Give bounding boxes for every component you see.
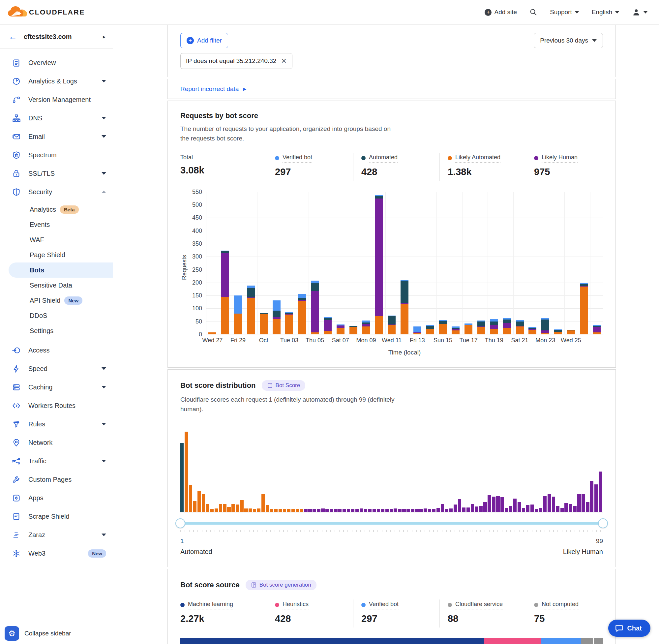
x-axis-ticks: Wed 27Fri 29OctTue 03Thu 05Sat 07Mon 09W… xyxy=(206,337,603,347)
sidebar-item-web3[interactable]: Web3New xyxy=(0,544,113,562)
gridline xyxy=(590,192,590,335)
legend-dot-icon xyxy=(361,156,366,160)
histogram-bar xyxy=(261,494,265,512)
sidebar-item-overview[interactable]: Overview xyxy=(0,53,113,72)
sidebar-item-zaraz[interactable]: Zaraz xyxy=(0,526,113,544)
x-tick-label: Wed 25 xyxy=(561,337,581,344)
cloudflare-cloud-icon xyxy=(7,5,29,19)
stat-label[interactable]: Verified bot xyxy=(275,154,312,163)
sidebar-subitem-page-shield[interactable]: Page Shield xyxy=(0,247,113,262)
histogram-bar xyxy=(197,491,201,512)
sidebar-item-version-management[interactable]: Version Management xyxy=(0,90,113,109)
slider-handle-max[interactable] xyxy=(598,519,608,528)
sidebar-item-spectrum[interactable]: Spectrum xyxy=(0,146,113,164)
stat-value: 428 xyxy=(275,613,349,624)
stat-label[interactable]: Likely Human xyxy=(534,154,578,163)
stat-label[interactable]: Not computed xyxy=(534,601,579,610)
stat-label[interactable]: Automated xyxy=(361,154,398,163)
histogram-bar xyxy=(304,509,308,512)
histogram-bar xyxy=(552,497,555,512)
bot-score-generation-badge[interactable]: Bot score generation xyxy=(245,580,316,590)
histogram-bar xyxy=(373,509,376,512)
chevron-down-icon xyxy=(574,11,579,14)
histogram-bar xyxy=(573,506,576,512)
search-button[interactable] xyxy=(529,8,537,16)
sidebar-item-scrape-shield[interactable]: Scrape Shield xyxy=(0,507,113,526)
time-range-dropdown[interactable]: Previous 30 days xyxy=(534,33,603,48)
add-site-button[interactable]: + Add site xyxy=(485,8,517,16)
histogram-bar xyxy=(509,506,512,512)
x-tick-label: Oct xyxy=(259,337,268,344)
sidebar-item-security[interactable]: Security xyxy=(0,183,113,201)
filter-chip[interactable]: IP does not equal 35.212.240.32 ✕ xyxy=(180,53,292,69)
stat-label: Total xyxy=(180,154,193,161)
sidebar-subitem-label: Page Shield xyxy=(30,251,65,259)
chat-button[interactable]: Chat xyxy=(608,620,651,637)
overview-icon xyxy=(11,58,21,68)
sidebar-item-rules[interactable]: Rules xyxy=(0,415,113,433)
sidebar-item-apps[interactable]: Apps xyxy=(0,489,113,507)
sidebar-item-analytics-logs[interactable]: Analytics & Logs xyxy=(0,72,113,90)
sidebar-item-workers-routes[interactable]: Workers Routes xyxy=(0,396,113,415)
bar-segment-likely-automated xyxy=(208,332,216,335)
sidebar-subitem-analytics[interactable]: AnalyticsBeta xyxy=(0,202,113,217)
gridline xyxy=(564,192,565,335)
sidebar-item-caching[interactable]: Caching xyxy=(0,378,113,396)
gridline xyxy=(385,192,386,335)
site-selector[interactable]: ← cftestsite3.com ▸ xyxy=(0,25,113,49)
slider-handle-min[interactable] xyxy=(175,519,185,528)
web3-icon xyxy=(11,548,21,558)
bot-score-badge[interactable]: Bot Score xyxy=(262,380,306,391)
histogram-bar xyxy=(582,494,585,512)
stat-label[interactable]: Heuristics xyxy=(275,601,309,610)
histogram-bar xyxy=(577,494,581,512)
back-arrow-icon[interactable]: ← xyxy=(8,32,17,41)
histogram-bar xyxy=(210,509,214,512)
sidebar-subitem-label: Events xyxy=(30,221,50,229)
collapse-sidebar[interactable]: ⚙ Collapse sidebar xyxy=(0,623,113,644)
sidebar-item-network[interactable]: Network xyxy=(0,433,113,452)
sidebar-subitem-sensitive-data[interactable]: Sensitive Data xyxy=(0,278,113,293)
stacked-bar xyxy=(260,313,268,334)
slider-track[interactable] xyxy=(180,522,603,525)
sidebar-subitem-api-shield[interactable]: API ShieldNew xyxy=(0,293,113,308)
slider-max-label: 99 xyxy=(596,537,603,545)
chevron-down-icon xyxy=(101,460,106,462)
stat-label[interactable]: Cloudflare service xyxy=(448,601,503,610)
bar-segment-likely-automated xyxy=(490,329,498,335)
sidebar-item-label: Zaraz xyxy=(28,531,101,539)
stat-label[interactable]: Verified bot xyxy=(361,601,399,610)
sidebar-item-email[interactable]: Email xyxy=(0,127,113,146)
remove-filter-icon[interactable]: ✕ xyxy=(281,57,287,65)
new-badge: New xyxy=(64,296,83,305)
sidebar-subitem-bots[interactable]: Bots xyxy=(8,262,113,278)
sidebar-subitem-events[interactable]: Events xyxy=(0,217,113,232)
sidebar-item-access[interactable]: Access xyxy=(0,341,113,360)
sidebar-item-dns[interactable]: DNS xyxy=(0,109,113,127)
sidebar-subitem-settings[interactable]: Settings xyxy=(0,323,113,338)
support-menu[interactable]: Support xyxy=(550,8,579,16)
sidebar-item-ssl-tls[interactable]: SSL/TLS xyxy=(0,164,113,183)
histogram-bar xyxy=(475,506,478,512)
x-tick-label: Sun 15 xyxy=(433,337,452,344)
gear-icon[interactable]: ⚙ xyxy=(5,626,19,641)
stat-label[interactable]: Machine learning xyxy=(180,601,233,610)
stacked-bar xyxy=(490,319,498,335)
sidebar-item-custom-pages[interactable]: Custom Pages xyxy=(0,470,113,489)
chevron-right-icon[interactable]: ▸ xyxy=(103,33,105,40)
account-menu[interactable] xyxy=(632,8,648,17)
sidebar-subitem-waf[interactable]: WAF xyxy=(0,232,113,247)
report-incorrect-data-link[interactable]: Report incorrect data ▸ xyxy=(180,86,246,92)
stat-label[interactable]: Likely Automated xyxy=(448,154,500,163)
network-icon xyxy=(11,438,21,447)
plus-icon: + xyxy=(187,37,194,44)
histogram-bar xyxy=(531,505,534,512)
histogram-bar xyxy=(500,497,504,512)
histogram-bar xyxy=(308,509,311,512)
sidebar-item-traffic[interactable]: Traffic xyxy=(0,452,113,470)
add-filter-button[interactable]: + Add filter xyxy=(180,33,228,48)
sidebar-item-speed[interactable]: Speed xyxy=(0,360,113,378)
sidebar-subitem-ddos[interactable]: DDoS xyxy=(0,308,113,323)
bar-segment-verified-bot xyxy=(311,281,319,283)
language-menu[interactable]: English xyxy=(592,8,619,16)
